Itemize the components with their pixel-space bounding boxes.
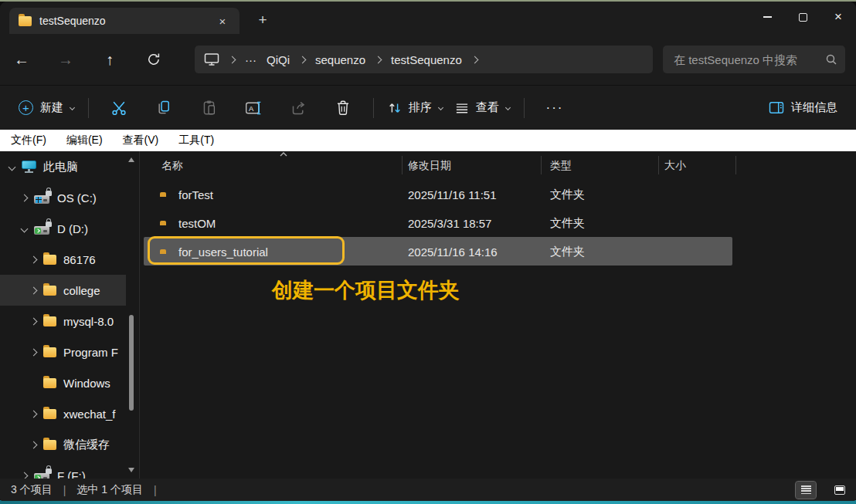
breadcrumb-chevron-icon (299, 56, 307, 63)
column-header-type[interactable]: 类型 (550, 159, 572, 173)
column-header-date[interactable]: 修改日期 (408, 159, 451, 173)
file-row-testom[interactable]: testOM 2025/3/31 18:57 文件夹 (144, 208, 732, 237)
window-controls: × (749, 2, 856, 32)
scroll-down-icon[interactable] (128, 468, 134, 472)
up-button[interactable]: ↑ (94, 46, 125, 73)
svg-text:A: A (249, 104, 254, 112)
sidebar-item-d-drive[interactable]: D (D:) (0, 213, 126, 244)
sidebar-item-label: OS (C:) (57, 191, 97, 205)
more-options-button[interactable]: ··· (538, 93, 572, 123)
refresh-button[interactable] (138, 46, 169, 73)
sort-button[interactable]: 排序 (382, 96, 449, 120)
menu-edit[interactable]: 编辑(E) (66, 134, 103, 147)
address-bar[interactable]: ··· QiQi sequenzo testSequenzo (195, 46, 653, 73)
file-explorer-window: testSequenzo × + × ← → ↑ ··· QiQi (0, 2, 856, 501)
column-divider[interactable] (402, 156, 403, 174)
copy-icon (156, 100, 172, 116)
tab-close-icon[interactable]: × (215, 15, 230, 28)
cut-button[interactable] (102, 93, 136, 123)
details-view-button[interactable] (796, 482, 816, 499)
folder-icon (43, 347, 56, 357)
details-view-icon (801, 485, 811, 494)
file-row-for-users-tutorial[interactable]: for_users_tutorial 2025/11/16 14:16 文件夹 (144, 237, 732, 266)
chevron-down-icon (505, 105, 511, 110)
selected-count: 选中 1 个项目 (76, 483, 143, 497)
sidebar-item-wechat-cache[interactable]: 微信缓存 (0, 429, 126, 460)
sidebar-item-college[interactable]: college (0, 275, 126, 306)
breadcrumb-testsequenzo[interactable]: testSequenzo (391, 53, 462, 66)
chevron-down-icon[interactable] (21, 225, 29, 232)
thumbnail-view-button[interactable] (830, 482, 850, 499)
details-pane-button[interactable]: 详细信息 (763, 96, 844, 120)
sort-icon (388, 101, 402, 115)
d-drive-icon (34, 223, 50, 235)
scroll-up-icon[interactable] (128, 157, 134, 162)
list-header: 名称 修改日期 类型 大小 (144, 151, 856, 179)
menu-tools[interactable]: 工具(T) (178, 134, 214, 147)
share-button[interactable] (281, 93, 315, 123)
paste-button[interactable] (192, 93, 226, 123)
menu-bar: 文件(F) 编辑(E) 查看(V) 工具(T) (0, 130, 856, 151)
delete-button[interactable] (326, 93, 360, 123)
back-button[interactable]: ← (6, 46, 37, 73)
view-button[interactable]: 查看 (449, 96, 516, 120)
column-header-name[interactable]: 名称 (161, 159, 183, 173)
chevron-right-icon[interactable] (21, 194, 29, 201)
menu-view[interactable]: 查看(V) (123, 134, 159, 147)
column-divider[interactable] (735, 156, 736, 174)
search-box[interactable] (663, 46, 845, 73)
sidebar-item-windows[interactable]: Windows (0, 367, 126, 398)
chevron-right-icon[interactable] (30, 441, 38, 448)
sidebar-item-this-pc[interactable]: 此电脑 (0, 151, 126, 182)
breadcrumb-overflow[interactable]: ··· (245, 53, 256, 66)
folder-icon (43, 286, 56, 296)
sidebar-scrollbar[interactable] (126, 151, 138, 479)
sidebar-item-program[interactable]: Program F (0, 337, 126, 367)
sidebar-item-xwechat[interactable]: xwechat_f (0, 398, 126, 429)
command-bar: + 新建 (0, 85, 856, 130)
sidebar-item-label: 微信缓存 (63, 438, 110, 452)
sidebar-item-label: 86176 (63, 253, 96, 266)
chevron-right-icon[interactable] (21, 472, 29, 479)
search-input[interactable] (674, 53, 825, 66)
file-row-fortest[interactable]: forTest 2025/11/16 11:51 文件夹 (144, 180, 732, 208)
items-count: 3 个项目 (11, 483, 53, 497)
copy-button[interactable] (147, 93, 181, 123)
sidebar-item-label: Program F (63, 346, 118, 359)
menu-file[interactable]: 文件(F) (11, 134, 46, 147)
chevron-right-icon[interactable] (30, 348, 38, 356)
close-window-button[interactable]: × (820, 2, 856, 32)
file-type: 文件夹 (550, 187, 585, 201)
column-divider[interactable] (541, 156, 542, 174)
new-tab-button[interactable]: + (252, 9, 273, 31)
chevron-right-icon[interactable] (30, 255, 38, 263)
column-divider[interactable] (658, 156, 659, 174)
sidebar-item-label: 此电脑 (43, 160, 78, 174)
sidebar-item-mysql[interactable]: mysql-8.0 (0, 306, 126, 337)
details-pane-icon (769, 101, 784, 114)
sidebar-item-86176[interactable]: 86176 (0, 244, 126, 275)
chevron-right-icon[interactable] (30, 286, 38, 294)
breadcrumb-chevron-icon (470, 56, 478, 63)
folder-icon (19, 16, 32, 26)
scrollbar-thumb[interactable] (129, 315, 134, 411)
chevron-down-icon[interactable] (8, 163, 16, 171)
maximize-button[interactable] (785, 2, 820, 32)
new-button[interactable]: + 新建 (12, 96, 80, 120)
sidebar-item-f-drive[interactable]: F (F:) (0, 460, 126, 479)
file-type: 文件夹 (550, 244, 585, 259)
minimize-button[interactable] (749, 2, 785, 32)
breadcrumb-sequenzo[interactable]: sequenzo (315, 53, 365, 66)
sidebar-item-os-c[interactable]: OS (C:) (0, 182, 126, 213)
column-header-size[interactable]: 大小 (664, 159, 686, 173)
file-name[interactable]: forTest (178, 188, 213, 201)
thumbnail-view-icon (834, 485, 845, 495)
chevron-right-icon[interactable] (30, 410, 38, 418)
chevron-right-icon[interactable] (30, 317, 38, 325)
breadcrumb-qiqi[interactable]: QiQi (267, 53, 290, 66)
file-list: 名称 修改日期 类型 大小 forTest 2025/11/16 11:51 文… (144, 151, 856, 479)
file-name[interactable]: testOM (178, 216, 216, 229)
tab-testsequenzo[interactable]: testSequenzo × (9, 8, 239, 34)
forward-button[interactable]: → (50, 46, 81, 73)
rename-button[interactable]: A (236, 93, 270, 123)
